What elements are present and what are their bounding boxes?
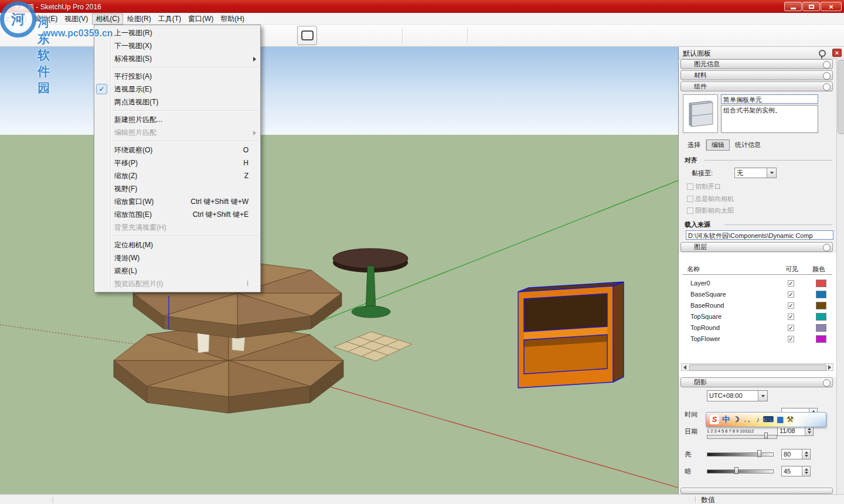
layer-color-swatch[interactable] <box>816 291 826 298</box>
submenu-arrow-icon <box>253 57 256 62</box>
collapse-toggle-icon[interactable] <box>823 379 831 387</box>
face-camera-checkbox <box>687 196 693 202</box>
menu-item-zoom-window[interactable]: 缩放窗口(W)Ctrl 键+Shift 键+W <box>94 195 260 208</box>
collapse-toggle-icon[interactable] <box>823 61 831 69</box>
layer-color-swatch[interactable] <box>816 302 826 309</box>
menu-item-field-of-view[interactable]: 视野(F) <box>94 182 260 195</box>
menubar-item-edit[interactable]: 编辑(E) <box>31 13 60 24</box>
menu-item-zoom[interactable]: 缩放(Z)Z <box>94 169 260 182</box>
pin-icon[interactable] <box>819 50 826 57</box>
scroll-left-icon[interactable] <box>683 365 686 370</box>
menu-item-zoom-extents[interactable]: 缩放范围(E)Ctrl 键+Shift 键+E <box>94 208 260 221</box>
collapse-toggle-icon[interactable] <box>823 83 831 91</box>
menu-item-two-point-perspective[interactable]: 两点透视图(T) <box>94 96 260 108</box>
layer-row[interactable]: TopSquare ✓ <box>679 311 836 322</box>
menu-item-parallel-projection[interactable]: 平行投影(A) <box>94 70 260 83</box>
dropdown-arrow-icon[interactable] <box>767 168 776 178</box>
dark-value-box[interactable]: 45 <box>781 466 811 476</box>
collapse-toggle-icon[interactable] <box>823 72 831 80</box>
panel-close-button[interactable]: × <box>832 49 842 57</box>
layer-visible-checkbox[interactable]: ✓ <box>788 302 794 309</box>
lower-octagon-platform[interactable] <box>114 324 343 413</box>
light-slider-handle[interactable] <box>757 450 761 457</box>
light-slider[interactable] <box>707 452 774 457</box>
bookshelf-component[interactable] <box>518 282 624 388</box>
rounded-rect-icon <box>301 30 314 40</box>
clipped-panel-header[interactable] <box>680 488 833 494</box>
sogou-logo-icon[interactable]: S <box>710 415 719 424</box>
scrollbar-thumb[interactable] <box>838 60 844 134</box>
layer-color-swatch[interactable] <box>816 280 826 287</box>
section-header-layers[interactable]: 图层 <box>680 242 833 252</box>
menu-item-pan[interactable]: 平移(P)H <box>94 156 260 169</box>
menu-item-match-new-photo[interactable]: 新建照片匹配... <box>94 113 260 126</box>
section-header-materials[interactable]: 材料 <box>680 70 833 80</box>
menubar-item-tools[interactable]: 工具(T) <box>155 13 184 24</box>
menu-item-next-view[interactable]: 下一视图(X) <box>94 39 260 52</box>
menubar-item-draw[interactable]: 绘图(R) <box>124 13 154 24</box>
tab-statistics[interactable]: 统计信息 <box>730 139 766 151</box>
menu-item-look-around[interactable]: 观察(L) <box>94 264 260 277</box>
maximize-button[interactable] <box>802 2 820 11</box>
halfwidth-moon-icon[interactable]: ☽ <box>733 415 740 424</box>
layer-color-swatch[interactable] <box>816 335 826 343</box>
voice-input-icon[interactable]: ♪ <box>756 415 760 424</box>
menubar-item-camera[interactable]: 相机(C) <box>92 13 123 25</box>
layer-row[interactable]: Layer0 ✓ <box>679 278 836 289</box>
layer-row[interactable]: BaseSquare ✓ <box>679 289 836 300</box>
layer-row[interactable]: TopRound ✓ <box>679 322 836 333</box>
close-button[interactable]: × <box>821 2 842 11</box>
toolbar-button[interactable] <box>297 26 317 45</box>
layer-row[interactable]: TopFlower ✓ <box>679 333 836 345</box>
section-header-shadows[interactable]: 阴影 <box>680 377 833 387</box>
component-description-field[interactable]: 组合式书架的实例。 <box>721 105 818 133</box>
scrollbar-thumb[interactable] <box>689 365 826 371</box>
section-header-entity-info[interactable]: 图元信息 <box>680 59 833 69</box>
scroll-right-icon[interactable] <box>828 365 831 370</box>
layer-visible-checkbox[interactable]: ✓ <box>788 325 794 331</box>
menubar-item-file[interactable]: 文件(F) <box>1 13 30 24</box>
collapse-toggle-icon[interactable] <box>823 244 831 251</box>
section-header-components[interactable]: 组件 <box>680 81 833 91</box>
menu-item-orbit[interactable]: 环绕观察(O)O <box>94 144 260 156</box>
menubar-item-window[interactable]: 窗口(W) <box>185 13 216 24</box>
component-name-field[interactable]: 简单搁板单元 <box>721 94 818 104</box>
measurements-label: 数值 <box>701 495 715 504</box>
menu-item-prev-view[interactable]: 上一视图(R) <box>94 26 260 39</box>
layer-visible-checkbox[interactable]: ✓ <box>788 280 794 287</box>
component-path-field[interactable]: D:\河东软件园\Components\Dynamic Comp <box>686 230 833 240</box>
layers-horizontal-scrollbar[interactable] <box>681 363 833 371</box>
tab-edit[interactable]: 编辑 <box>706 139 730 151</box>
panel-vertical-scrollbar[interactable] <box>836 59 844 494</box>
punctuation-icon[interactable]: ，。 <box>743 415 753 424</box>
layer-row[interactable]: BaseRound ✓ <box>679 300 836 311</box>
dropdown-arrow-icon[interactable] <box>758 391 767 401</box>
utc-dropdown[interactable]: UTC+08:00 <box>707 390 768 401</box>
menu-item-perspective[interactable]: ✓透视显示(E) <box>94 83 260 96</box>
menu-item-standard-views[interactable]: 标准视图(S) <box>94 52 260 65</box>
toolbox-icon[interactable]: ▦ <box>777 415 784 424</box>
component-thumbnail[interactable] <box>683 94 718 133</box>
soft-keyboard-icon[interactable]: ⌨ <box>763 415 774 424</box>
tab-select[interactable]: 选择 <box>682 139 706 151</box>
menubar-item-help[interactable]: 帮助(H) <box>217 13 247 24</box>
chinese-mode-icon[interactable]: 中 <box>722 415 730 424</box>
settings-wrench-icon[interactable]: ⚒ <box>787 415 794 424</box>
layer-visible-checkbox[interactable]: ✓ <box>788 314 794 320</box>
date-slider-handle[interactable] <box>764 433 768 439</box>
menu-item-walk[interactable]: 漫游(W) <box>94 251 260 264</box>
minimize-button[interactable] <box>784 2 802 11</box>
layer-color-swatch[interactable] <box>816 324 826 332</box>
spinner[interactable] <box>805 426 813 435</box>
layer-visible-checkbox[interactable]: ✓ <box>788 291 794 298</box>
layer-visible-checkbox[interactable]: ✓ <box>788 336 794 342</box>
layer-color-swatch[interactable] <box>816 313 826 321</box>
spinner[interactable] <box>802 466 810 476</box>
menu-item-position-camera[interactable]: 定位相机(M) <box>94 239 260 251</box>
light-value-box[interactable]: 80 <box>781 449 811 459</box>
dark-slider[interactable] <box>707 469 774 474</box>
menubar-item-view[interactable]: 视图(V) <box>62 13 91 24</box>
dark-slider-handle[interactable] <box>734 467 738 474</box>
glue-to-dropdown[interactable]: 无 <box>734 168 777 178</box>
spinner[interactable] <box>802 449 810 459</box>
